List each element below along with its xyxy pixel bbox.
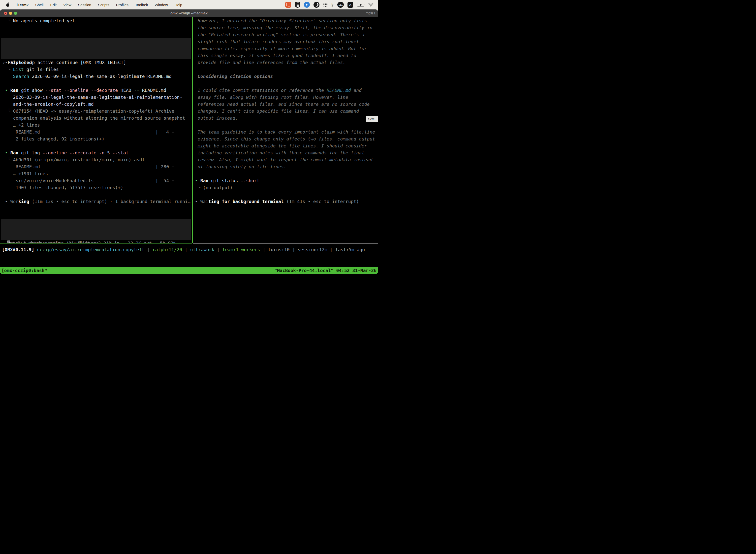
text-segment: -n [99,150,107,155]
squiggle-icon[interactable]: § [331,2,334,7]
text-segment: king [18,199,29,204]
wifi-icon[interactable] [368,3,374,7]
text-segment: (no output) [203,185,233,190]
terminal-line: • Ran git log --oneline --decorate -n 5 … [5,150,192,156]
text-segment: turns:10 [268,247,290,252]
text-segment: Ran [10,150,21,155]
sync-circle-icon[interactable] [304,2,310,8]
apple-menu-icon[interactable] [6,2,10,7]
menu-item-edit[interactable]: Edit [50,3,57,7]
terminal-line: src/voice/voiceModeEnabled.ts | 54 + [5,177,192,184]
menu-item-window[interactable]: Window [155,3,168,7]
text-segment: └ [5,18,13,23]
terminal-line: and-the-erosion-of-copyleft.md [5,101,192,108]
window-title: omx --xhigh --madmax [0,9,378,17]
terminal-line: └ 4b9d30f (origin/main, instructkr/main,… [5,156,192,163]
terminal-line: … +2 lines [5,122,192,128]
text-segment: essay file, along with finding root file… [195,95,348,100]
text-segment: cczip/essay/ai-reimplementation-copyleft [37,247,144,252]
right-pane-scrollback: However, I noticed the "Directory Struct… [195,17,378,205]
terminal-line: companion file, especially if more comme… [195,45,378,52]
terminal-line: • Ran git status --short [195,177,378,184]
text-segment: 2 files changed, 92 insertions(+) [5,136,105,142]
terminal-line: essay file, along with finding root file… [195,94,378,101]
text-segment: and [351,88,362,93]
terminal-line: README.md | 4 + [5,128,192,135]
terminal-line [195,66,378,73]
menu-item-help[interactable]: Help [175,3,182,7]
menu-item-view[interactable]: View [63,3,71,7]
text-segment: However, I noticed the "Directory Struct… [195,18,367,23]
text-segment: last:5m ago [335,247,365,252]
text-segment: team:1 workers [223,247,260,252]
terminal-line: of focusing solely on file lines. [195,163,378,170]
tmux-left-pane[interactable]: └ No agents completed yet• Explored └ Li… [0,17,192,243]
text-segment: might be acceptable alongside the file l… [195,143,367,149]
text-segment: evidence. Since this change only affects… [195,136,375,142]
menu-item-session[interactable]: Session [78,3,91,7]
text-segment: ting for background terminal [208,199,284,204]
terminal-line: I could cite commit statistics or refere… [195,87,378,94]
terminal-line [5,24,192,31]
text-segment: the source tree, missing the essay. Stil… [195,25,372,30]
window-title-bar[interactable]: omx --xhigh --madmax ⌥⌘1 [0,9,378,17]
shield-grid-icon[interactable] [295,2,300,8]
menu-item-toolbelt[interactable]: Toolbelt [135,3,148,7]
terminal-line: including verification notes with those … [195,150,378,156]
text-segment: session:12m [298,247,327,252]
text-segment: Considering citation options [195,74,273,79]
text-segment [34,247,37,252]
text-segment: -- [134,88,142,93]
text-segment: gpt-5.4 xhigh · main · 91% left · 2.31M … [7,240,187,243]
terminal-line: README.md | 280 + [5,163,192,170]
text-segment: › [2,60,8,65]
screen-share-pill[interactable]: Scre [366,116,378,122]
text-segment: README.md [327,88,351,93]
terminal-line: slight risk that future readers may over… [195,38,378,45]
text-segment: src/voice/voiceModeEnabled.ts | 54 + [5,178,174,183]
text-segment: git [21,150,32,155]
right-pane-bottom-border [193,243,378,243]
terminal-line: this single essay, it seems like a good … [195,52,378,59]
text-segment: slight risk that future readers may over… [195,39,359,44]
text-segment: companion analysis without altering the … [5,115,185,121]
menu-item-shell[interactable]: Shell [35,3,44,7]
terminal-line: evidence. Since this change only affects… [195,135,378,143]
text-segment: [OMX#0.11.9] [2,247,34,252]
battery-count-icon[interactable]: ..61 [337,2,344,8]
text-segment: companion file, especially if more comme… [195,46,367,51]
text-segment: … +1901 lines [5,171,48,176]
terminal-line: • Ran git show --stat --oneline --decora… [5,87,192,94]
text-segment: (11m 13s • esc to interrupt) · 1 backgro… [29,199,190,204]
menubar-status-icons: § ..61 A [285,2,374,8]
battery-icon[interactable] [357,3,364,7]
terminal-line [5,143,192,150]
menu-item-iterm2[interactable]: iTerm2 [17,3,28,7]
crescent-circle-icon[interactable] [314,2,319,8]
tmux-right-pane[interactable]: However, I noticed the "Directory Struct… [193,17,378,243]
notification-app-icon[interactable] [285,2,291,8]
dots-grid-icon[interactable] [323,2,328,7]
text-segment: | [182,247,190,252]
text-segment: show [32,88,45,93]
pane-divider[interactable] [192,17,193,243]
terminal-line: output instead. [195,115,378,122]
inject-banner-line: › Ralph loop active continue [OMX_TMUX_I… [1,52,191,66]
text-segment: of focusing solely on file lines. [195,164,286,169]
terminal-line: └ 067f154 (HEAD -> essay/ai-reimplementa… [5,108,192,115]
menu-item-scripts[interactable]: Scripts [98,3,109,7]
terminal-line [195,191,378,198]
text-segment: provide file and line references from th… [195,60,345,65]
terminal-line: companion analysis without altering the … [5,115,192,122]
text-segment: git [21,88,32,93]
tmux-session-label: [omx-cczip0:bash* [1,267,47,274]
keyboard-layout-icon[interactable]: A [348,2,353,8]
text-segment: Ran [200,178,211,183]
terminal-line: … +1901 lines [5,170,192,177]
menu-item-profiles[interactable]: Profiles [116,3,128,7]
left-prompt-input[interactable]: › Improve documentation in @filename [1,219,191,240]
text-segment: 2026-03-09-is-legal-the-same-as-legitima… [5,95,182,100]
terminal-line: the source tree, missing the essay. Stil… [195,24,378,31]
terminal-line: 2 files changed, 92 insertions(+) [5,135,192,143]
window-shortcut-hint: ⌥⌘1 [366,9,376,17]
